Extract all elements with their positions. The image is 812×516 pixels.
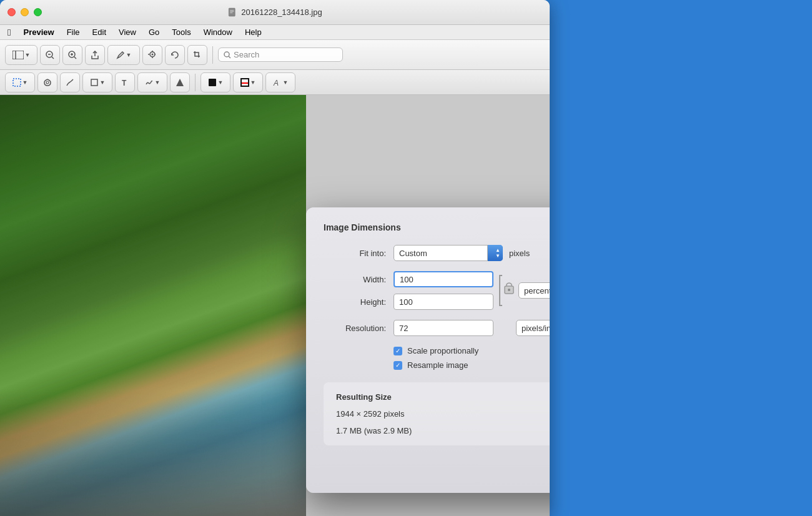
fit-into-select[interactable]: Custom: [394, 245, 503, 261]
resolution-input[interactable]: [394, 320, 493, 336]
chevron-down-icon4: ▼: [100, 79, 106, 86]
selection-tool-btn[interactable]: ▼: [5, 72, 35, 92]
chevron-down-icon7: ▼: [250, 79, 256, 86]
width-label: Width:: [324, 275, 386, 284]
apple-menu[interactable]: : [2, 27, 16, 37]
svg-point-19: [224, 52, 229, 57]
rotate-icon: [171, 51, 179, 59]
menu-window[interactable]: Window: [199, 26, 237, 38]
border-color-icon: [240, 78, 249, 87]
smart-lasso-btn[interactable]: [37, 72, 57, 92]
zoom-out-icon: [46, 51, 54, 59]
search-box[interactable]: Search: [218, 47, 343, 62]
crop-icon: [193, 51, 202, 59]
search-icon: [224, 51, 231, 59]
dialog-title: Image Dimensions: [324, 222, 550, 232]
sidebar-toggle-btn[interactable]: ▼: [5, 45, 37, 65]
svg-point-22: [46, 81, 49, 84]
signature-btn[interactable]: ▼: [137, 72, 167, 92]
zoom-in-btn[interactable]: [62, 45, 82, 65]
share-icon: [91, 51, 99, 59]
fit-into-select-wrapper[interactable]: Custom ▲ ▼: [394, 245, 503, 261]
scale-proportionally-label: Scale proportionally: [407, 346, 478, 355]
width-unit-select[interactable]: percent: [518, 282, 550, 299]
maximize-button[interactable]: [34, 8, 42, 16]
signature-icon: [145, 78, 154, 87]
fill-color-btn[interactable]: ▼: [201, 72, 230, 92]
menu-file[interactable]: File: [62, 26, 85, 38]
menu-view[interactable]: View: [114, 26, 141, 38]
resolution-unit-select[interactable]: pixels/inch: [516, 320, 550, 336]
width-input[interactable]: [394, 271, 493, 287]
selection-icon: [12, 78, 21, 87]
wh-unit-wrapper: percent ▲ ▼: [518, 271, 550, 310]
close-button[interactable]: [7, 8, 16, 16]
sidebar-icon: [12, 51, 24, 59]
height-label: Height:: [324, 297, 386, 307]
menu-go[interactable]: Go: [144, 26, 164, 38]
text-btn[interactable]: T: [115, 72, 135, 92]
share-btn[interactable]: [85, 45, 105, 65]
markup-icon: [116, 51, 125, 59]
resulting-filesize: 1.7 MB (was 2.9 MB): [336, 426, 550, 435]
menu-edit[interactable]: Edit: [87, 26, 111, 38]
zoom-out-btn[interactable]: [40, 45, 60, 65]
fill-color-icon: [208, 78, 217, 87]
minimize-button[interactable]: [21, 8, 29, 16]
resolution-row: Resolution: pixels/inch ▲ ▼: [324, 320, 550, 336]
svg-rect-1: [230, 10, 234, 11]
separator-2: [195, 74, 196, 91]
shapes-btn[interactable]: ▼: [82, 72, 112, 92]
svg-text:A: A: [273, 79, 279, 87]
chevron-down-icon8: ▼: [283, 79, 289, 86]
resample-image-row: ✓ Resample image: [324, 360, 550, 370]
zoom-in-icon: [68, 51, 77, 59]
menu-preview[interactable]: Preview: [18, 26, 59, 38]
width-height-inputs: Width: Height:: [324, 271, 493, 310]
border-color-btn[interactable]: ▼: [233, 72, 263, 92]
location-btn[interactable]: [142, 45, 162, 65]
chevron-down-icon3: ▼: [22, 79, 28, 86]
document-icon: [227, 7, 237, 17]
dialog-buttons: Cancel OK: [324, 460, 550, 478]
image-dimensions-dialog: Image Dimensions Fit into: Custom ▲ ▼ pi…: [306, 207, 550, 493]
search-placeholder: Search: [234, 50, 259, 59]
width-unit-select-wrapper[interactable]: percent ▲ ▼: [518, 282, 550, 299]
resulting-dimensions: 1944 × 2592 pixels: [336, 409, 550, 419]
resolution-label: Resolution:: [324, 324, 386, 333]
toolbar-annotation: ▼ ▼ T ▼: [0, 70, 550, 95]
resolution-unit-select-wrapper[interactable]: pixels/inch ▲ ▼: [516, 320, 550, 336]
svg-text:T: T: [122, 79, 127, 87]
scale-proportionally-checkbox[interactable]: ✓: [394, 347, 402, 355]
width-row: Width:: [324, 271, 493, 287]
crop-btn[interactable]: [187, 45, 207, 65]
right-background: [550, 0, 812, 516]
rotate-btn[interactable]: [165, 45, 185, 65]
font-btn[interactable]: A ▼: [265, 72, 295, 92]
resample-image-checkbox[interactable]: ✓: [394, 361, 402, 370]
svg-point-14: [152, 53, 154, 55]
svg-line-8: [52, 57, 54, 59]
svg-point-31: [508, 289, 510, 291]
svg-rect-23: [91, 79, 97, 86]
height-input[interactable]: [394, 294, 493, 310]
markup-btn[interactable]: ▼: [107, 45, 140, 65]
adjust-icon: [176, 78, 184, 87]
svg-rect-3: [230, 12, 232, 13]
smart-lasso-icon: [43, 78, 52, 87]
svg-rect-21: [13, 79, 21, 86]
sketch-icon: [66, 78, 74, 87]
svg-rect-26: [209, 79, 216, 86]
adjust-btn[interactable]: [170, 72, 190, 92]
lock-bracket-container: [497, 271, 515, 310]
resulting-size-section: Resulting Size 1944 × 2592 pixels 1.7 MB…: [324, 382, 550, 445]
font-icon: A: [273, 78, 282, 87]
chevron-down-icon: ▼: [25, 52, 31, 58]
sketch-btn[interactable]: [60, 72, 80, 92]
menu-tools[interactable]: Tools: [167, 26, 196, 38]
shapes-icon: [90, 78, 99, 87]
scale-proportionally-row: ✓ Scale proportionally: [324, 346, 550, 355]
menu-help[interactable]: Help: [240, 26, 267, 38]
title-bar: 20161228_134418.jpg: [0, 0, 550, 25]
chevron-down-icon2: ▼: [126, 52, 132, 58]
